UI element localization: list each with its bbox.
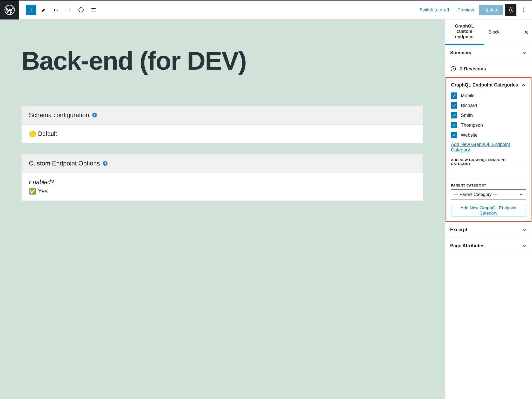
editor-canvas: Back-end (for DEV) Schema configuration … xyxy=(0,19,445,399)
category-label: Richard xyxy=(461,103,477,108)
endpoint-options-body: Enabled? ✅ Yes xyxy=(22,173,423,201)
revisions-label: 2 Revisions xyxy=(460,66,486,72)
schema-config-body: 🟡 Default xyxy=(22,125,423,143)
endpoint-options-panel: Custom Endpoint Options ? Enabled? ✅ Yes xyxy=(21,154,423,201)
add-category-field-label: ADD NEW GRAPHQL ENDPOINT CATEGORY xyxy=(451,158,526,166)
chevron-down-icon xyxy=(519,192,523,197)
page-attributes-label: Page Attributes xyxy=(450,243,484,249)
tab-graphql-endpoint[interactable]: GraphQL custom endpoint xyxy=(445,19,484,45)
category-checkbox-row: Smith xyxy=(451,112,526,118)
wordpress-logo[interactable] xyxy=(0,1,19,19)
info-button[interactable] xyxy=(76,5,86,15)
toolbar-left xyxy=(19,5,99,15)
category-checkbox-row: Thompson xyxy=(451,122,526,128)
preview-button[interactable]: Preview xyxy=(454,5,477,15)
sidebar-tabs: GraphQL custom endpoint Block xyxy=(445,19,532,45)
excerpt-section: Excerpt xyxy=(445,222,532,238)
schema-value-icon: 🟡 xyxy=(29,130,36,137)
revisions-row[interactable]: 2 Revisions xyxy=(445,61,532,77)
category-label: Smith xyxy=(461,113,473,118)
page-attributes-header[interactable]: Page Attributes xyxy=(445,238,532,254)
tab-block[interactable]: Block xyxy=(484,25,504,39)
edit-tools-button[interactable] xyxy=(38,5,49,15)
help-icon[interactable]: ? xyxy=(92,112,97,118)
summary-section: Summary xyxy=(445,45,532,61)
excerpt-header[interactable]: Excerpt xyxy=(445,222,532,238)
categories-title: GraphQL Endpoint Categories xyxy=(451,82,518,88)
page-attributes-section: Page Attributes xyxy=(445,238,532,254)
chevron-up-icon xyxy=(521,83,526,88)
categories-header[interactable]: GraphQL Endpoint Categories xyxy=(451,82,526,88)
svg-point-4 xyxy=(523,9,524,10)
enabled-label: Enabled? xyxy=(29,179,416,186)
add-new-category-link[interactable]: Add New GraphQL Endpoint Category xyxy=(451,142,526,153)
svg-text:?: ? xyxy=(94,113,96,117)
checkbox-website[interactable] xyxy=(451,132,457,138)
switch-to-draft-button[interactable]: Switch to draft xyxy=(416,5,452,15)
main-area: Back-end (for DEV) Schema configuration … xyxy=(0,19,532,399)
chevron-down-icon xyxy=(522,243,527,249)
history-icon xyxy=(450,66,456,72)
new-category-input[interactable] xyxy=(451,168,526,178)
chevron-down-icon xyxy=(522,50,527,56)
category-checkbox-row: Website xyxy=(451,132,526,138)
schema-value: Default xyxy=(38,130,57,137)
svg-text:?: ? xyxy=(104,161,107,165)
topbar: Switch to draft Preview Update xyxy=(0,0,532,19)
parent-category-label: PARENT CATEGORY xyxy=(451,183,526,187)
category-label: Thompson xyxy=(461,123,483,128)
parent-category-value: — Parent Category — xyxy=(454,192,497,197)
categories-highlighted-box: GraphQL Endpoint Categories Mobile Richa… xyxy=(445,77,531,222)
endpoint-options-header: Custom Endpoint Options ? xyxy=(22,154,423,173)
svg-point-5 xyxy=(523,11,524,12)
categories-section: GraphQL Endpoint Categories Mobile Richa… xyxy=(446,78,531,216)
undo-button[interactable] xyxy=(51,5,61,15)
category-label: Mobile xyxy=(461,93,475,98)
svg-point-2 xyxy=(81,9,81,9)
checkbox-thompson[interactable] xyxy=(451,122,457,128)
category-checkbox-row: Richard xyxy=(451,102,526,109)
schema-config-title: Schema configuration xyxy=(29,111,89,119)
category-label: Website xyxy=(461,132,478,138)
add-block-button[interactable] xyxy=(26,5,36,15)
checkbox-richard[interactable] xyxy=(451,102,457,109)
help-icon[interactable]: ? xyxy=(102,161,108,166)
enabled-value: Yes xyxy=(38,188,48,195)
checkbox-smith[interactable] xyxy=(451,112,457,118)
checkbox-mobile[interactable] xyxy=(451,92,457,99)
more-menu-button[interactable] xyxy=(518,5,529,15)
toolbar-right: Switch to draft Preview Update xyxy=(416,4,532,16)
update-button[interactable]: Update xyxy=(479,5,503,15)
parent-category-select[interactable]: — Parent Category — xyxy=(451,189,526,200)
redo-button[interactable] xyxy=(63,5,74,15)
settings-button[interactable] xyxy=(505,4,516,16)
endpoint-options-title: Custom Endpoint Options xyxy=(29,160,100,167)
enabled-icon: ✅ xyxy=(29,188,36,195)
summary-header[interactable]: Summary xyxy=(445,45,532,61)
schema-config-panel: Schema configuration ? 🟡 Default xyxy=(21,105,423,143)
category-checkbox-row: Mobile xyxy=(451,92,526,99)
outline-button[interactable] xyxy=(88,5,99,15)
add-category-button[interactable]: Add New GraphQL Endpoint Category xyxy=(451,205,526,216)
close-sidebar-button[interactable] xyxy=(521,26,532,38)
sidebar: GraphQL custom endpoint Block Summary 2 … xyxy=(445,19,532,399)
schema-config-header: Schema configuration ? xyxy=(22,106,423,125)
chevron-down-icon xyxy=(522,227,527,232)
excerpt-label: Excerpt xyxy=(450,227,467,232)
summary-label: Summary xyxy=(450,50,471,56)
svg-point-3 xyxy=(523,8,524,9)
page-title[interactable]: Back-end (for DEV) xyxy=(21,45,423,76)
